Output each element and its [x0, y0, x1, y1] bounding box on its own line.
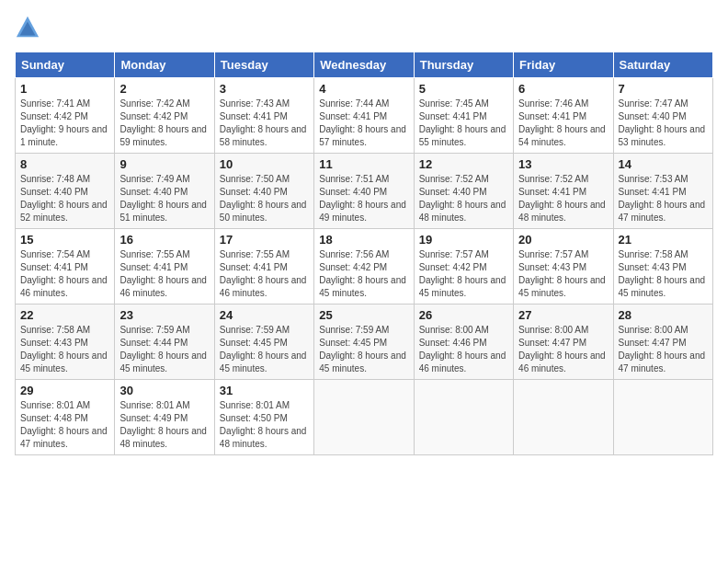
- day-number: 25: [319, 308, 408, 322]
- logo: [15, 15, 42, 40]
- calendar-cell: 24Sunrise: 7:59 AMSunset: 4:45 PMDayligh…: [214, 304, 313, 380]
- calendar-cell: 10Sunrise: 7:50 AMSunset: 4:40 PMDayligh…: [214, 154, 313, 229]
- day-number: 16: [119, 233, 209, 247]
- day-number: 29: [20, 384, 109, 397]
- day-info: Sunrise: 8:00 AMSunset: 4:47 PMDaylight:…: [619, 324, 708, 375]
- calendar-cell: 28Sunrise: 8:00 AMSunset: 4:47 PMDayligh…: [613, 304, 712, 380]
- calendar-cell: 6Sunrise: 7:46 AMSunset: 4:41 PMDaylight…: [514, 78, 613, 154]
- calendar-cell: 18Sunrise: 7:56 AMSunset: 4:42 PMDayligh…: [314, 229, 414, 304]
- calendar-cell: 29Sunrise: 8:01 AMSunset: 4:48 PMDayligh…: [16, 380, 115, 455]
- calendar-cell: 2Sunrise: 7:42 AMSunset: 4:42 PMDaylight…: [115, 78, 214, 154]
- day-number: 7: [619, 82, 708, 96]
- day-info: Sunrise: 8:01 AMSunset: 4:49 PMDaylight:…: [119, 399, 209, 451]
- day-number: 30: [119, 384, 209, 397]
- day-number: 6: [518, 82, 608, 96]
- calendar-week-5: 29Sunrise: 8:01 AMSunset: 4:48 PMDayligh…: [16, 380, 713, 455]
- day-info: Sunrise: 7:59 AMSunset: 4:45 PMDaylight:…: [319, 324, 408, 375]
- day-info: Sunrise: 8:00 AMSunset: 4:47 PMDaylight:…: [518, 324, 608, 375]
- day-info: Sunrise: 7:56 AMSunset: 4:42 PMDaylight:…: [319, 248, 408, 300]
- day-info: Sunrise: 7:59 AMSunset: 4:45 PMDaylight:…: [220, 324, 309, 375]
- calendar-cell: 17Sunrise: 7:55 AMSunset: 4:41 PMDayligh…: [214, 229, 313, 304]
- day-info: Sunrise: 7:45 AMSunset: 4:41 PMDaylight:…: [419, 98, 508, 149]
- calendar-cell: 5Sunrise: 7:45 AMSunset: 4:41 PMDaylight…: [414, 78, 513, 154]
- calendar-cell: 4Sunrise: 7:44 AMSunset: 4:41 PMDaylight…: [314, 78, 414, 154]
- calendar-cell: 19Sunrise: 7:57 AMSunset: 4:42 PMDayligh…: [414, 229, 513, 304]
- day-number: 1: [20, 82, 109, 96]
- calendar-cell: 21Sunrise: 7:58 AMSunset: 4:43 PMDayligh…: [613, 229, 712, 304]
- calendar-week-3: 15Sunrise: 7:54 AMSunset: 4:41 PMDayligh…: [16, 229, 713, 304]
- day-number: 8: [20, 157, 109, 171]
- day-info: Sunrise: 7:47 AMSunset: 4:40 PMDaylight:…: [619, 98, 708, 149]
- logo-icon: [15, 15, 40, 40]
- day-info: Sunrise: 7:58 AMSunset: 4:43 PMDaylight:…: [619, 248, 708, 300]
- calendar-cell: 13Sunrise: 7:52 AMSunset: 4:41 PMDayligh…: [514, 154, 613, 229]
- day-number: 11: [319, 157, 408, 171]
- day-number: 5: [419, 82, 508, 96]
- day-info: Sunrise: 8:01 AMSunset: 4:48 PMDaylight:…: [20, 399, 109, 451]
- day-info: Sunrise: 7:57 AMSunset: 4:43 PMDaylight:…: [518, 248, 608, 300]
- calendar-week-4: 22Sunrise: 7:58 AMSunset: 4:43 PMDayligh…: [16, 304, 713, 380]
- day-info: Sunrise: 7:48 AMSunset: 4:40 PMDaylight:…: [20, 173, 109, 224]
- day-number: 14: [619, 157, 708, 171]
- calendar-cell: 3Sunrise: 7:43 AMSunset: 4:41 PMDaylight…: [214, 78, 313, 154]
- calendar-cell: 15Sunrise: 7:54 AMSunset: 4:41 PMDayligh…: [16, 229, 115, 304]
- day-number: 24: [220, 308, 309, 322]
- day-info: Sunrise: 7:58 AMSunset: 4:43 PMDaylight:…: [20, 324, 109, 375]
- day-number: 28: [619, 308, 708, 322]
- calendar-week-2: 8Sunrise: 7:48 AMSunset: 4:40 PMDaylight…: [16, 154, 713, 229]
- col-header-monday: Monday: [115, 52, 214, 78]
- col-header-wednesday: Wednesday: [314, 52, 414, 78]
- day-number: 12: [419, 157, 508, 171]
- calendar-cell: [414, 380, 513, 455]
- calendar-cell: 20Sunrise: 7:57 AMSunset: 4:43 PMDayligh…: [514, 229, 613, 304]
- day-info: Sunrise: 7:42 AMSunset: 4:42 PMDaylight:…: [119, 98, 209, 149]
- day-info: Sunrise: 7:51 AMSunset: 4:40 PMDaylight:…: [319, 173, 408, 224]
- day-info: Sunrise: 7:49 AMSunset: 4:40 PMDaylight:…: [119, 173, 209, 224]
- calendar-cell: 31Sunrise: 8:01 AMSunset: 4:50 PMDayligh…: [214, 380, 313, 455]
- day-number: 23: [119, 308, 209, 322]
- calendar-cell: 14Sunrise: 7:53 AMSunset: 4:41 PMDayligh…: [613, 154, 712, 229]
- day-number: 19: [419, 233, 508, 247]
- day-info: Sunrise: 7:55 AMSunset: 4:41 PMDaylight:…: [119, 248, 209, 300]
- day-info: Sunrise: 7:43 AMSunset: 4:41 PMDaylight:…: [220, 98, 309, 149]
- day-info: Sunrise: 7:52 AMSunset: 4:41 PMDaylight:…: [518, 173, 608, 224]
- day-info: Sunrise: 7:41 AMSunset: 4:42 PMDaylight:…: [20, 98, 109, 149]
- day-number: 13: [518, 157, 608, 171]
- calendar-cell: 1Sunrise: 7:41 AMSunset: 4:42 PMDaylight…: [16, 78, 115, 154]
- calendar-cell: [613, 380, 712, 455]
- day-number: 4: [319, 82, 408, 96]
- day-number: 31: [220, 384, 309, 397]
- col-header-saturday: Saturday: [613, 52, 712, 78]
- day-number: 18: [319, 233, 408, 247]
- day-number: 10: [220, 157, 309, 171]
- day-info: Sunrise: 7:52 AMSunset: 4:40 PMDaylight:…: [419, 173, 508, 224]
- col-header-tuesday: Tuesday: [214, 52, 313, 78]
- day-info: Sunrise: 7:55 AMSunset: 4:41 PMDaylight:…: [220, 248, 309, 300]
- calendar-cell: 16Sunrise: 7:55 AMSunset: 4:41 PMDayligh…: [115, 229, 214, 304]
- day-number: 3: [220, 82, 309, 96]
- day-info: Sunrise: 7:44 AMSunset: 4:41 PMDaylight:…: [319, 98, 408, 149]
- day-number: 22: [20, 308, 109, 322]
- calendar-cell: 12Sunrise: 7:52 AMSunset: 4:40 PMDayligh…: [414, 154, 513, 229]
- day-number: 9: [119, 157, 209, 171]
- calendar-cell: 25Sunrise: 7:59 AMSunset: 4:45 PMDayligh…: [314, 304, 414, 380]
- calendar-cell: [514, 380, 613, 455]
- day-info: Sunrise: 7:50 AMSunset: 4:40 PMDaylight:…: [220, 173, 309, 224]
- calendar-cell: 23Sunrise: 7:59 AMSunset: 4:44 PMDayligh…: [115, 304, 214, 380]
- day-number: 26: [419, 308, 508, 322]
- day-number: 27: [518, 308, 608, 322]
- calendar-week-1: 1Sunrise: 7:41 AMSunset: 4:42 PMDaylight…: [16, 78, 713, 154]
- calendar-table: SundayMondayTuesdayWednesdayThursdayFrid…: [15, 52, 713, 455]
- day-info: Sunrise: 8:00 AMSunset: 4:46 PMDaylight:…: [419, 324, 508, 375]
- calendar-cell: [314, 380, 414, 455]
- day-info: Sunrise: 8:01 AMSunset: 4:50 PMDaylight:…: [220, 399, 309, 451]
- col-header-sunday: Sunday: [16, 52, 115, 78]
- day-number: 20: [518, 233, 608, 247]
- col-header-friday: Friday: [514, 52, 613, 78]
- calendar-cell: 9Sunrise: 7:49 AMSunset: 4:40 PMDaylight…: [115, 154, 214, 229]
- page-header: [15, 15, 713, 40]
- col-header-thursday: Thursday: [414, 52, 513, 78]
- day-info: Sunrise: 7:54 AMSunset: 4:41 PMDaylight:…: [20, 248, 109, 300]
- day-number: 2: [119, 82, 209, 96]
- day-info: Sunrise: 7:59 AMSunset: 4:44 PMDaylight:…: [119, 324, 209, 375]
